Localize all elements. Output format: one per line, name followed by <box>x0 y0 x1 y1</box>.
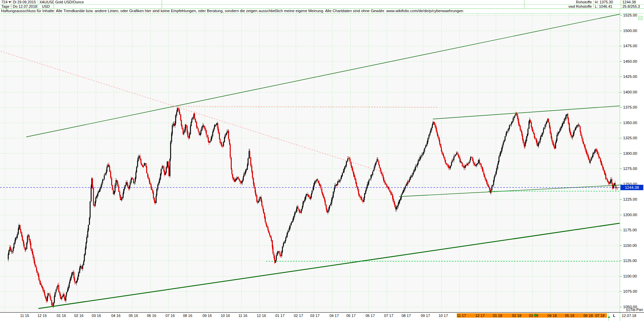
x-axis: 11 1512 1501 1602 1603 1604 1605 1606 16… <box>0 313 644 321</box>
x-axis-label-04-18: 04 18 <box>547 314 557 318</box>
y-axis-tick-label: 1200.00 <box>623 213 637 217</box>
signal-triangle-marker-small <box>608 316 610 318</box>
x-axis-label-05-17: 05 17 <box>346 314 356 318</box>
y-axis-tick-label: 1275.00 <box>623 167 637 171</box>
x-axis-label-11-16: 11 16 <box>238 314 248 318</box>
x-axis-label-10-16: 10 16 <box>221 314 230 318</box>
x-axis-label-09-17: 09 17 <box>421 314 430 318</box>
y-axis-tick-label: 1500.00 <box>623 29 637 33</box>
axis-separator <box>620 313 620 321</box>
current-price-badge-text: 1244.38 <box>625 185 639 189</box>
x-axis-label-11-15: 11 15 <box>20 314 29 318</box>
y-axis-tick-label: 1425.00 <box>623 75 637 79</box>
x-axis-label-05-16: 05 16 <box>129 314 138 318</box>
y-axis-tick-label: 1300.00 <box>623 151 637 155</box>
price-chart-canvas[interactable]: 1525.001500.001475.001450.001425.001400.… <box>0 0 644 321</box>
y-axis-tick-label: 1450.00 <box>623 59 637 63</box>
x-axis-label-06-16: 06 16 <box>147 314 156 318</box>
x-axis-label-08-17: 08 17 <box>401 314 411 318</box>
last-date-label: 12.07.18 <box>622 314 636 318</box>
y-axis-tick-label: 1150.00 <box>623 243 637 247</box>
x-axis-label-02-17: 02 17 <box>294 314 303 318</box>
tai-pan-chart-window: 724 Di 29.09.2015 XAUUSD Gold USD/Ounce … <box>0 0 644 321</box>
y-axis-labels: 1525.001500.001475.001450.001425.001400.… <box>620 13 637 309</box>
x-axis-label-12-17: 12 17 <box>475 314 485 318</box>
x-axis-label-03-16: 03 16 <box>92 314 101 318</box>
copyright-label: (c)Tai-Pan <box>621 308 643 312</box>
y-axis-tick-label: 1525.00 <box>623 13 637 17</box>
y-axis-tick-label: 1375.00 <box>623 105 637 109</box>
y-axis-tick-label: 1400.00 <box>623 90 637 94</box>
x-axis-label-07-18: 07 18 <box>595 314 605 318</box>
y-axis-tick-label: 1225.00 <box>623 197 637 201</box>
signal-triangle-marker <box>534 313 537 316</box>
x-axis-label-04-17: 04 17 <box>329 314 339 318</box>
plot-background <box>0 13 620 312</box>
y-axis-tick-label: 1175.00 <box>623 228 637 232</box>
y-axis-tick-label: 1325.00 <box>623 136 637 140</box>
x-axis-label-07-17: 07 17 <box>384 314 393 318</box>
x-axis-label-03-17: 03 17 <box>310 314 320 318</box>
x-axis-label-11-17: 11 17 <box>457 314 466 318</box>
y-axis-tick-label: 1100.00 <box>623 274 637 278</box>
x-axis-label-04-16: 04 16 <box>111 314 121 318</box>
y-axis-tick-label: 1475.00 <box>623 44 637 48</box>
x-axis-label-02-18: 02 18 <box>512 314 521 318</box>
x-axis-label-07-16: 07 16 <box>165 314 175 318</box>
x-axis-label-09-16: 09 16 <box>202 314 212 318</box>
x-axis-label-12-16: 12 16 <box>257 314 266 318</box>
last-bar-label: L <box>613 314 615 318</box>
x-axis-label-01-17: 01 17 <box>275 314 285 318</box>
x-axis-label-01-18: 01 18 <box>493 314 502 318</box>
x-axis-label-06-17: 06 17 <box>365 314 375 318</box>
y-axis-tick-label: 1075.00 <box>623 289 637 293</box>
x-axis-label-02-16: 02 16 <box>74 314 84 318</box>
x-axis-label-12-15: 12 15 <box>37 314 47 318</box>
x-axis-label-10-17: 10 17 <box>439 314 448 318</box>
x-axis-label-08-16: 08 16 <box>183 314 192 318</box>
x-axis-label-06-18: 06 18 <box>583 314 593 318</box>
x-axis-label-01-16: 01 16 <box>57 314 66 318</box>
y-axis-tick-label: 1350.00 <box>623 121 637 125</box>
x-axis-label-05-18: 05 18 <box>565 314 574 318</box>
y-axis-tick-label: 1125.00 <box>623 259 637 263</box>
